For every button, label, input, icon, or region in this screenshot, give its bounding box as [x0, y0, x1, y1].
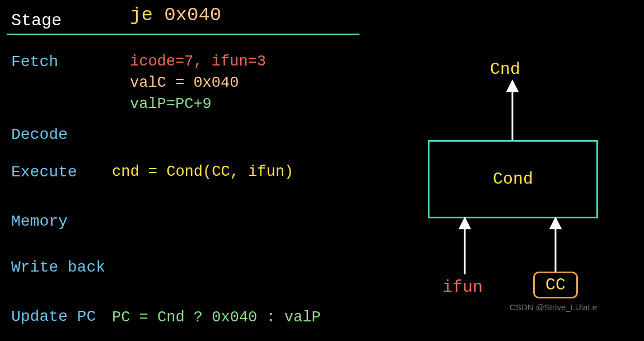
- instr-address: 0x040: [164, 4, 221, 26]
- diagram-input-cc-box: CC: [533, 272, 578, 298]
- stage-write-back: Write back: [11, 259, 105, 276]
- arrow-up-icon: [501, 81, 524, 143]
- cond-diagram: Cnd Cond ifun CC CSDN @Strive_LiJiaLe: [414, 50, 638, 330]
- diagram-output-cnd: Cnd: [490, 60, 520, 79]
- stage-execute: Execute: [11, 164, 77, 181]
- instr-mnemonic: je: [130, 4, 153, 26]
- diagram-input-ifun: ifun: [442, 278, 483, 297]
- fetch-valp: valP=PC+9: [130, 96, 212, 113]
- stage-update-pc: Update PC: [11, 308, 96, 325]
- cond-block: Cond: [428, 140, 598, 218]
- stage-decode: Decode: [11, 126, 68, 143]
- update-pc-expr: PC = Cnd ? 0x040 : valP: [112, 309, 321, 326]
- header-underline: [7, 34, 360, 35]
- arrow-up-cc-icon: [544, 218, 567, 274]
- arrow-up-ifun-icon: [454, 218, 476, 280]
- cond-block-label: Cond: [493, 170, 533, 189]
- instruction: je 0x040: [130, 4, 221, 26]
- diagram-input-cc-label: CC: [545, 275, 566, 295]
- fetch-valc: valC = 0x040: [130, 74, 239, 91]
- stage-memory: Memory: [11, 213, 68, 230]
- execute-cnd: cnd = Cond(CC, ifun): [112, 164, 293, 180]
- fetch-icode-ifun: icode=7, ifun=3: [130, 53, 266, 70]
- stage-fetch: Fetch: [11, 53, 58, 71]
- watermark: CSDN @Strive_LiJiaLe: [510, 302, 597, 312]
- column-header-stage: Stage: [11, 11, 62, 30]
